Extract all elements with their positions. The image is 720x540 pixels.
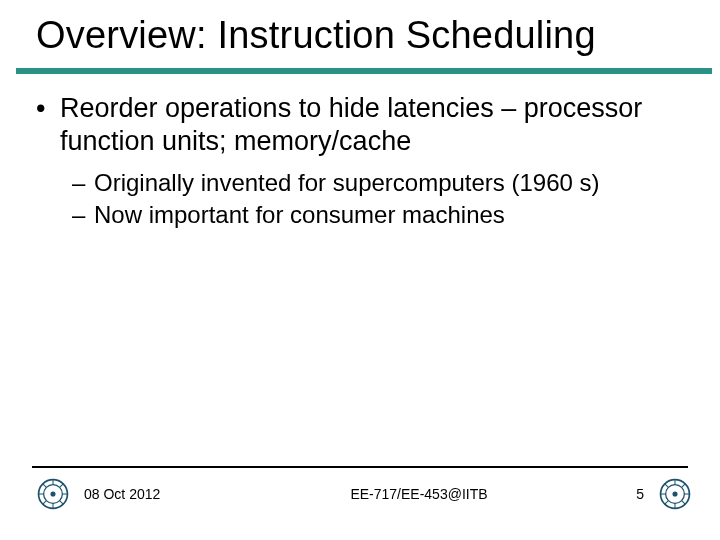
bullet-marker: – (72, 200, 94, 230)
svg-line-18 (682, 501, 685, 504)
footer-page-number: 5 (584, 486, 644, 502)
svg-point-21 (672, 491, 677, 496)
svg-line-20 (665, 501, 668, 504)
title-underline (16, 68, 712, 74)
footer-center: EE-717/EE-453@IITB (254, 486, 584, 502)
list-item: – Now important for consumer machines (72, 200, 684, 230)
footer-date: 08 Oct 2012 (84, 486, 254, 502)
institute-logo-left (36, 477, 70, 511)
svg-point-10 (50, 491, 55, 496)
list-item: – Originally invented for supercomputers… (72, 168, 684, 198)
svg-line-6 (43, 484, 46, 487)
svg-line-17 (665, 484, 668, 487)
svg-line-7 (60, 501, 63, 504)
slide: Overview: Instruction Scheduling • Reord… (0, 0, 720, 540)
bullet-marker: – (72, 168, 94, 198)
content-area: • Reorder operations to hide latencies –… (36, 92, 684, 230)
list-item: • Reorder operations to hide latencies –… (36, 92, 684, 158)
bullet-text: Now important for consumer machines (94, 200, 684, 230)
bullet-text: Reorder operations to hide latencies – p… (60, 92, 684, 158)
bullet-text: Originally invented for supercomputers (… (94, 168, 684, 198)
svg-line-9 (43, 501, 46, 504)
bullet-marker: • (36, 92, 60, 158)
slide-title: Overview: Instruction Scheduling (36, 14, 704, 57)
institute-logo-right (658, 477, 692, 511)
footer-rule (32, 466, 688, 468)
svg-line-19 (682, 484, 685, 487)
svg-line-8 (60, 484, 63, 487)
footer: 08 Oct 2012 EE-717/EE-453@IITB 5 (0, 478, 720, 510)
